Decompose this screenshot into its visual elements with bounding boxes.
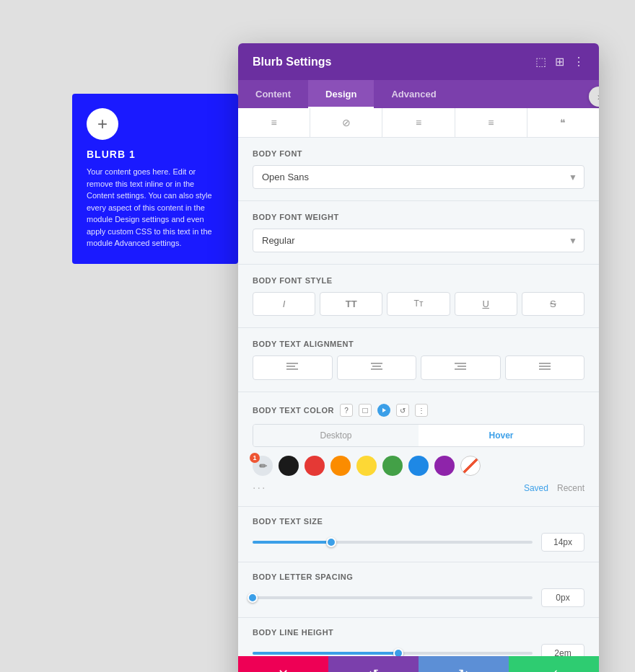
tab-advanced[interactable]: Advanced xyxy=(374,80,453,108)
svg-rect-12 xyxy=(539,363,551,364)
blurb-preview: + BLURB 1 Your content goes here. Edit o… xyxy=(72,94,238,264)
swatch-yellow[interactable] xyxy=(356,456,377,476)
body-letter-spacing-track[interactable] xyxy=(253,596,533,599)
tt-button[interactable]: TT xyxy=(320,292,382,316)
screenshot-icon[interactable]: ⬚ xyxy=(535,55,546,68)
redo-button[interactable]: ↻ xyxy=(419,656,509,672)
body-font-weight-section: Body Font Weight Regular Bold Light ▼ xyxy=(238,201,599,265)
body-font-weight-label: Body Font Weight xyxy=(253,213,584,221)
align-justify-button[interactable] xyxy=(505,355,585,380)
icon-row-indent[interactable]: ≡ xyxy=(455,108,527,137)
help-icon[interactable]: ? xyxy=(340,404,353,417)
save-button[interactable]: ✓ xyxy=(509,656,599,672)
body-line-height-row: 2em xyxy=(253,644,584,656)
svg-rect-8 xyxy=(455,363,466,364)
blurb-text: Your content goes here. Edit or remove t… xyxy=(87,166,224,249)
modal-title: Blurb Settings xyxy=(253,56,331,68)
svg-rect-0 xyxy=(286,363,298,364)
body-line-height-label: Body Line Height xyxy=(253,628,584,637)
strikethrough-button[interactable]: S xyxy=(522,292,584,316)
body-font-weight-select[interactable]: Regular Bold Light xyxy=(253,229,584,252)
color-tab-desktop[interactable]: Desktop xyxy=(253,425,419,446)
svg-rect-6 xyxy=(371,368,382,370)
font-style-buttons: I TT Tт U S xyxy=(253,292,584,316)
swatch-none[interactable] xyxy=(460,456,481,476)
underline-button[interactable]: U xyxy=(455,292,517,316)
recent-colors-link[interactable]: Recent xyxy=(557,483,584,493)
swatch-blue[interactable] xyxy=(408,456,429,476)
swatch-green[interactable] xyxy=(382,456,403,476)
save-icon: ✓ xyxy=(548,666,559,672)
body-line-height-section: Body Line Height 2em xyxy=(238,618,599,656)
body-font-select-wrap: Open Sans Roboto Lato Montserrat ▼ xyxy=(253,165,584,189)
svg-marker-16 xyxy=(382,408,386,412)
swatches-footer: ··· Saved Recent xyxy=(253,482,584,495)
align-left-button[interactable] xyxy=(253,355,333,380)
mobile-icon[interactable]: □ xyxy=(359,404,372,417)
body-font-label: Body Font xyxy=(253,149,584,158)
body-text-size-label: Body Text Size xyxy=(253,517,584,526)
add-icon[interactable]: + xyxy=(87,108,118,140)
body-letter-spacing-label: Body Letter Spacing xyxy=(253,572,584,581)
modal-header-actions: ⬚ ⊞ ⋮ xyxy=(535,55,584,68)
more-options-icon[interactable]: ⋮ xyxy=(573,55,584,68)
body-text-color-section: Body Text Color ? □ ↺ ⋮ Desktop Hover 1 … xyxy=(238,392,599,507)
reset-icon: ↺ xyxy=(368,666,379,672)
color-header: Body Text Color ? □ ↺ ⋮ xyxy=(253,404,584,417)
more-color-icon[interactable]: ⋮ xyxy=(415,404,428,417)
swatches-links: Saved Recent xyxy=(524,483,584,493)
alignment-buttons xyxy=(253,355,584,380)
cancel-button[interactable]: ✕ xyxy=(238,656,328,672)
redo-icon: ↻ xyxy=(458,666,469,672)
svg-rect-5 xyxy=(372,366,381,367)
body-letter-spacing-section: Body Letter Spacing 0px xyxy=(238,562,599,618)
icon-row-align[interactable]: ≡ xyxy=(238,108,310,137)
modal-footer: ✕ ↺ ↻ ✓ xyxy=(238,656,599,672)
reset-button[interactable]: ↺ xyxy=(328,656,419,672)
svg-rect-1 xyxy=(286,366,295,367)
body-line-height-track[interactable] xyxy=(253,652,533,655)
swatch-orange[interactable] xyxy=(330,456,351,476)
body-text-size-row: 14px xyxy=(253,533,584,552)
swatch-black[interactable] xyxy=(279,456,299,476)
play-icon[interactable] xyxy=(377,404,390,417)
body-line-height-value[interactable]: 2em xyxy=(541,644,584,656)
tt2-button[interactable]: Tт xyxy=(387,292,450,316)
swatch-red[interactable] xyxy=(305,456,325,476)
swatches-more-icon[interactable]: ··· xyxy=(253,482,266,495)
body-text-color-label: Body Text Color xyxy=(253,406,334,415)
reset-color-icon[interactable]: ↺ xyxy=(396,404,409,417)
tab-design[interactable]: Design xyxy=(308,80,374,108)
color-tab-hover[interactable]: Hover xyxy=(419,425,584,446)
tab-content[interactable]: Content xyxy=(238,80,308,108)
icon-row-list[interactable]: ≡ xyxy=(382,108,455,137)
cancel-icon: ✕ xyxy=(278,666,289,672)
modal-tabs: Content Design Advanced xyxy=(238,80,599,108)
svg-rect-14 xyxy=(539,368,551,370)
body-text-size-track[interactable] xyxy=(253,541,533,544)
blurb-title: BLURB 1 xyxy=(87,149,224,160)
svg-rect-2 xyxy=(286,368,298,370)
body-letter-spacing-value[interactable]: 0px xyxy=(541,588,584,607)
color-swatch-custom[interactable]: 1 ✏ xyxy=(253,456,273,476)
italic-button[interactable]: I xyxy=(253,292,315,316)
body-text-alignment-section: Body Text Alignment xyxy=(238,328,599,392)
align-right-button[interactable] xyxy=(421,355,501,380)
align-center-button[interactable] xyxy=(337,355,417,380)
icon-row-quote[interactable]: ❝ xyxy=(527,108,599,137)
svg-rect-4 xyxy=(371,363,382,364)
icon-row-circle[interactable]: ⊘ xyxy=(310,108,382,137)
saved-colors-link[interactable]: Saved xyxy=(524,483,548,493)
svg-rect-10 xyxy=(455,368,466,370)
body-text-size-section: Body Text Size 14px xyxy=(238,507,599,562)
body-font-select[interactable]: Open Sans Roboto Lato Montserrat xyxy=(253,165,584,189)
body-text-alignment-label: Body Text Alignment xyxy=(253,340,584,348)
svg-rect-9 xyxy=(457,366,466,367)
swatch-purple[interactable] xyxy=(434,456,455,476)
body-letter-spacing-row: 0px xyxy=(253,588,584,607)
body-font-style-section: Body Font Style I TT Tт U S xyxy=(238,265,599,328)
blurb-settings-modal: Blurb Settings ⬚ ⊞ ⋮ Content Design Adva… xyxy=(238,43,599,672)
body-text-size-value[interactable]: 14px xyxy=(541,533,584,552)
grid-icon[interactable]: ⊞ xyxy=(555,55,564,68)
color-tabs: Desktop Hover xyxy=(253,424,584,447)
